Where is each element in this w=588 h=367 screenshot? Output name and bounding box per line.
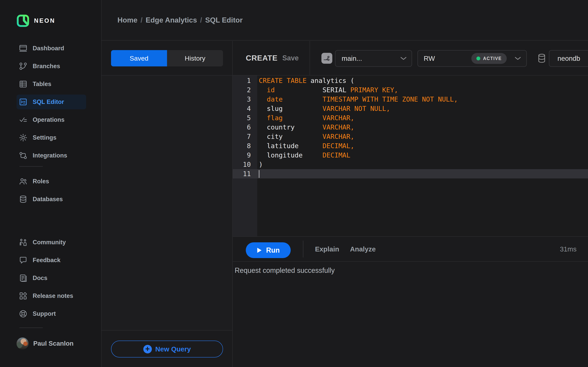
database-icon: [537, 53, 546, 64]
code-line-5: 5 flag VARCHAR,: [233, 113, 588, 123]
analyze-button[interactable]: Analyze: [350, 245, 376, 253]
sidebar-item-docs[interactable]: Docs: [17, 269, 86, 287]
sidebar-item-label: Tables: [33, 81, 51, 88]
run-button[interactable]: Run: [246, 242, 291, 258]
query-tabs-row: SavedHistory: [102, 41, 232, 75]
query-list-footer: + New Query: [102, 330, 232, 367]
breadcrumb-separator: /: [141, 16, 143, 24]
brand-logo[interactable]: NEON: [17, 14, 55, 27]
compute-selector[interactable]: RW ACTIVE: [417, 50, 527, 67]
branch-selector-value: main...: [342, 55, 362, 62]
sidebar-item-tables[interactable]: Tables: [17, 75, 86, 93]
explain-button[interactable]: Explain: [315, 245, 339, 253]
compute-name: RW: [424, 55, 435, 62]
sidebar-item-settings[interactable]: Settings: [17, 129, 86, 147]
line-number: 11: [233, 170, 257, 178]
play-icon: [257, 247, 262, 253]
line-number: 7: [233, 133, 257, 140]
sidebar-item-feedback[interactable]: Feedback: [17, 251, 86, 269]
line-number: 9: [233, 151, 257, 159]
line-number: 10: [233, 161, 257, 168]
breadcrumb-separator: /: [200, 16, 202, 24]
code-line-4: 4 slug VARCHAR NOT NULL,: [233, 104, 588, 113]
save-button[interactable]: Save: [282, 54, 299, 62]
sidebar-item-label: Branches: [33, 63, 60, 70]
sidebar-item-label: Settings: [33, 134, 56, 141]
integrations-icon: [19, 151, 28, 160]
code-line-8: 8 latitude DECIMAL,: [233, 141, 588, 150]
sidebar-item-label: Dashboard: [33, 45, 64, 52]
sidebar-item-label: Databases: [33, 196, 63, 203]
code-line-3: 3 date TIMESTAMP WITH TIME ZONE NOT NULL…: [233, 95, 588, 104]
new-query-label: New Query: [155, 345, 191, 353]
run-label: Run: [266, 246, 280, 254]
status-badge: ACTIVE: [471, 53, 507, 64]
sidebar-item-sql-editor[interactable]: SQL Editor: [17, 95, 86, 109]
branches-icon: [19, 62, 28, 71]
code-line-content: city VARCHAR,: [257, 133, 354, 140]
sidebar-nav-branch: RolesDatabases: [17, 172, 86, 208]
database-name: neondb: [557, 55, 580, 62]
sidebar-item-dashboard[interactable]: Dashboard: [17, 39, 86, 57]
breadcrumb: Home/Edge Analytics/SQL Editor: [117, 0, 243, 40]
breadcrumb-item[interactable]: Home: [117, 16, 138, 24]
sidebar-item-integrations[interactable]: Integrations: [17, 147, 86, 165]
community-icon: [19, 238, 28, 247]
sidebar-item-label: Feedback: [33, 257, 61, 264]
line-number: 3: [233, 95, 257, 103]
text-cursor: [259, 170, 259, 178]
sidebar-item-databases[interactable]: Databases: [17, 190, 86, 208]
status-message: Request completed successfully: [233, 262, 588, 275]
branch-icon: [323, 55, 330, 62]
sidebar-item-roles[interactable]: Roles: [17, 172, 86, 190]
code-line-content: country VARCHAR,: [257, 123, 354, 131]
app-root: NEON DashboardBranchesTablesSQL EditorOp…: [0, 0, 588, 367]
breadcrumb-item[interactable]: SQL Editor: [205, 16, 243, 24]
sidebar-divider: [19, 328, 43, 328]
sidebar-item-release-notes[interactable]: Release notes: [17, 287, 86, 305]
line-number: 2: [233, 86, 257, 94]
code-line-content: id SERIAL PRIMARY KEY,: [257, 86, 398, 94]
code-line-content: [257, 170, 259, 178]
database-selector[interactable]: neondb: [549, 50, 588, 67]
dashboard-icon: [19, 44, 28, 53]
code-line-content: ): [257, 161, 263, 168]
run-bar: Run Explain Analyze 31ms: [233, 236, 588, 262]
branch-selector[interactable]: main...: [335, 50, 412, 67]
query-list-panel: SavedHistory + New Query: [102, 41, 233, 367]
sidebar-nav-footer: CommunityFeedbackDocsRelease notesSuppor…: [17, 234, 86, 323]
tab-saved[interactable]: Saved: [111, 50, 167, 67]
user-name: Paul Scanlon: [33, 340, 73, 347]
user-menu[interactable]: Paul Scanlon: [17, 334, 73, 352]
breadcrumb-item[interactable]: Edge Analytics: [146, 16, 197, 24]
feedback-icon: [19, 256, 28, 265]
code-line-content: CREATE TABLE analytics (: [257, 77, 354, 84]
operations-icon: [19, 115, 28, 124]
code-line-1: 1CREATE TABLE analytics (: [233, 76, 588, 85]
new-query-button[interactable]: + New Query: [111, 341, 223, 358]
sidebar-item-label: Release notes: [33, 292, 73, 300]
docs-icon: [19, 274, 28, 283]
code-editor[interactable]: 1CREATE TABLE analytics (2 id SERIAL PRI…: [233, 75, 588, 236]
sidebar-item-branches[interactable]: Branches: [17, 57, 86, 75]
release-notes-icon: [19, 292, 28, 300]
code-line-content: slug VARCHAR NOT NULL,: [257, 105, 390, 112]
query-list: [102, 75, 232, 330]
tab-history[interactable]: History: [167, 50, 223, 67]
branch-icon-button[interactable]: [321, 53, 332, 64]
line-number: 5: [233, 114, 257, 122]
sidebar-item-label: Integrations: [33, 152, 67, 159]
tables-icon: [19, 80, 28, 89]
breadcrumb-bar: Home/Edge Analytics/SQL Editor: [102, 0, 588, 41]
saved-history-tabs: SavedHistory: [111, 50, 223, 67]
sidebar-item-community[interactable]: Community: [17, 234, 86, 251]
sidebar-item-operations[interactable]: Operations: [17, 111, 86, 129]
code-line-7: 7 city VARCHAR,: [233, 132, 588, 141]
code-line-content: longitude DECIMAL: [257, 151, 350, 159]
toolbar-divider: [310, 41, 310, 75]
sidebar-item-label: SQL Editor: [33, 99, 64, 105]
line-number: 6: [233, 123, 257, 131]
sidebar-item-support[interactable]: Support: [17, 305, 86, 323]
code-line-10: 10): [233, 160, 588, 169]
sidebar-item-label: Community: [33, 239, 66, 246]
